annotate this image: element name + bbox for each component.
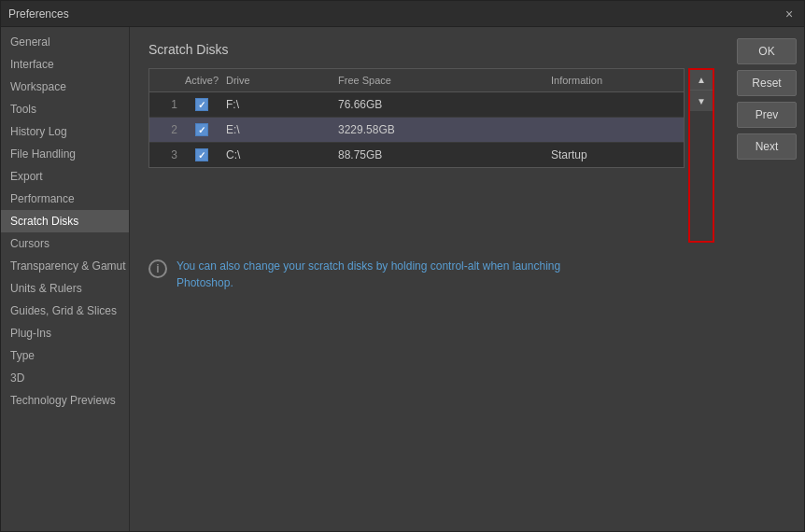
sidebar-item-workspace[interactable]: Workspace — [1, 76, 129, 98]
arrow-buttons-panel: ▲ ▼ — [688, 68, 714, 243]
info-icon: i — [148, 259, 167, 278]
col-num — [155, 73, 181, 88]
table-row[interactable]: 3C:\88.75GBStartup — [149, 143, 684, 167]
info-cell — [547, 128, 678, 132]
checkbox-checked[interactable] — [195, 98, 208, 111]
info-cell — [547, 103, 678, 106]
row-number: 2 — [155, 121, 181, 138]
sidebar-item-file-handling[interactable]: File Handling — [1, 143, 129, 165]
sidebar-item-technology-previews[interactable]: Technology Previews — [1, 389, 129, 412]
close-button[interactable]: × — [782, 7, 797, 21]
checkbox-cell[interactable] — [181, 121, 222, 138]
sidebar-item-export[interactable]: Export — [1, 165, 129, 188]
checkbox-checked[interactable] — [195, 148, 208, 161]
col-drive: Drive — [222, 73, 334, 88]
titlebar: Preferences × — [1, 1, 804, 27]
sidebar-item-interface[interactable]: Interface — [1, 53, 129, 76]
drive-cell: E:\ — [222, 121, 334, 138]
drive-cell: C:\ — [222, 147, 334, 163]
col-freespace: Free Space — [334, 73, 547, 88]
move-down-button[interactable]: ▼ — [690, 91, 713, 111]
info-line1: You can also change your scratch disks b… — [177, 259, 560, 273]
sidebar-item-tools[interactable]: Tools — [1, 98, 129, 120]
ok-button[interactable]: OK — [737, 38, 797, 64]
section-title: Scratch Disks — [148, 42, 714, 57]
info-section: i You can also change your scratch disks… — [148, 258, 714, 291]
table-header: Active? Drive Free Space Information — [149, 69, 684, 92]
sidebar-item-plug-ins[interactable]: Plug-Ins — [1, 322, 129, 344]
freespace-cell: 3229.58GB — [334, 121, 547, 138]
table-rows: 1F:\76.66GB2E:\3229.58GB3C:\88.75GBStart… — [149, 92, 684, 167]
sidebar-item-cursors[interactable]: Cursors — [1, 232, 129, 255]
table-row[interactable]: 1F:\76.66GB — [149, 92, 684, 118]
sidebar-item-general[interactable]: General — [1, 31, 129, 53]
preferences-window: Preferences × GeneralInterfaceWorkspaceT… — [0, 0, 805, 532]
info-line2: Photoshop. — [177, 276, 233, 289]
sidebar: GeneralInterfaceWorkspaceToolsHistory Lo… — [1, 27, 130, 531]
checkbox-cell[interactable] — [181, 96, 222, 113]
sidebar-item-performance[interactable]: Performance — [1, 188, 129, 210]
move-up-button[interactable]: ▲ — [690, 70, 713, 91]
table-wrapper: Active? Drive Free Space Information 1F:… — [148, 68, 714, 243]
checkbox-cell[interactable] — [181, 147, 222, 163]
col-info: Information — [547, 73, 678, 88]
sidebar-item-history-log[interactable]: History Log — [1, 120, 129, 143]
sidebar-item-transparency--gamut[interactable]: Transparency & Gamut — [1, 255, 129, 277]
table-row[interactable]: 2E:\3229.58GB — [149, 118, 684, 143]
sidebar-item-3d[interactable]: 3D — [1, 367, 129, 389]
sidebar-item-type[interactable]: Type — [1, 344, 129, 367]
row-number: 1 — [155, 96, 181, 113]
info-cell: Startup — [547, 147, 678, 163]
row-number: 3 — [155, 147, 181, 163]
scratch-disks-table: Active? Drive Free Space Information 1F:… — [148, 68, 685, 243]
sidebar-item-scratch-disks[interactable]: Scratch Disks — [1, 210, 129, 232]
col-active: Active? — [181, 73, 222, 88]
table-empty-space — [148, 168, 685, 243]
freespace-cell: 88.75GB — [334, 147, 547, 163]
main-panel: Scratch Disks Active? Drive Free Space I… — [130, 27, 729, 531]
drive-cell: F:\ — [222, 96, 334, 113]
info-text: You can also change your scratch disks b… — [177, 258, 560, 291]
main-content: GeneralInterfaceWorkspaceToolsHistory Lo… — [1, 27, 804, 531]
sidebar-item-guides-grid--slices[interactable]: Guides, Grid & Slices — [1, 300, 129, 322]
next-button[interactable]: Next — [737, 133, 797, 160]
prev-button[interactable]: Prev — [737, 102, 797, 128]
reset-button[interactable]: Reset — [737, 70, 797, 96]
sidebar-item-units--rulers[interactable]: Units & Rulers — [1, 277, 129, 300]
table-container: Active? Drive Free Space Information 1F:… — [148, 68, 685, 168]
buttons-panel: OK Reset Prev Next — [729, 27, 804, 531]
freespace-cell: 76.66GB — [334, 96, 547, 113]
window-title: Preferences — [8, 7, 69, 21]
checkbox-checked[interactable] — [195, 123, 208, 136]
